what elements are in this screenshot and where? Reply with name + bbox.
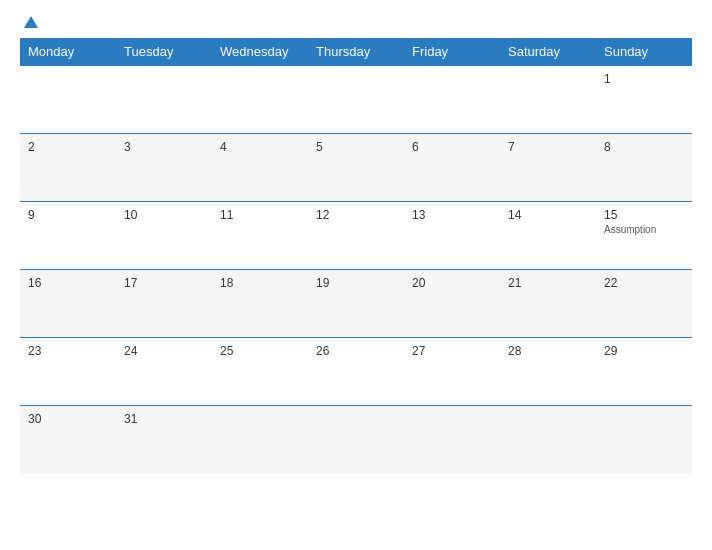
calendar-week-row: 9101112131415Assumption: [20, 202, 692, 270]
calendar-cell: 17: [116, 270, 212, 338]
calendar-cell: 4: [212, 134, 308, 202]
calendar-cell: [212, 66, 308, 134]
calendar-cell: 13: [404, 202, 500, 270]
calendar-cell: 11: [212, 202, 308, 270]
day-number: 27: [412, 344, 492, 358]
day-number: 5: [316, 140, 396, 154]
calendar-week-row: 2345678: [20, 134, 692, 202]
day-number: 15: [604, 208, 684, 222]
calendar-cell: 12: [308, 202, 404, 270]
weekday-header-monday: Monday: [20, 38, 116, 66]
calendar-cell: [500, 406, 596, 474]
calendar-cell: 9: [20, 202, 116, 270]
calendar-cell: 6: [404, 134, 500, 202]
day-event: Assumption: [604, 224, 684, 235]
calendar-cell: 31: [116, 406, 212, 474]
calendar-cell: [500, 66, 596, 134]
day-number: 8: [604, 140, 684, 154]
weekday-header-tuesday: Tuesday: [116, 38, 212, 66]
day-number: 16: [28, 276, 108, 290]
calendar-cell: [404, 406, 500, 474]
day-number: 13: [412, 208, 492, 222]
calendar-cell: 18: [212, 270, 308, 338]
weekday-row: MondayTuesdayWednesdayThursdayFridaySatu…: [20, 38, 692, 66]
calendar-cell: 25: [212, 338, 308, 406]
calendar-cell: [404, 66, 500, 134]
day-number: 25: [220, 344, 300, 358]
calendar-cell: 3: [116, 134, 212, 202]
calendar-week-row: 23242526272829: [20, 338, 692, 406]
day-number: 23: [28, 344, 108, 358]
day-number: 19: [316, 276, 396, 290]
day-number: 2: [28, 140, 108, 154]
day-number: 21: [508, 276, 588, 290]
calendar-week-row: 3031: [20, 406, 692, 474]
day-number: 6: [412, 140, 492, 154]
calendar-cell: [308, 66, 404, 134]
day-number: 30: [28, 412, 108, 426]
day-number: 3: [124, 140, 204, 154]
calendar-cell: 2: [20, 134, 116, 202]
calendar-cell: 26: [308, 338, 404, 406]
calendar-cell: 22: [596, 270, 692, 338]
day-number: 22: [604, 276, 684, 290]
calendar-cell: 5: [308, 134, 404, 202]
calendar-cell: [596, 406, 692, 474]
day-number: 4: [220, 140, 300, 154]
calendar-cell: 21: [500, 270, 596, 338]
calendar-cell: [116, 66, 212, 134]
calendar-cell: 28: [500, 338, 596, 406]
weekday-header-saturday: Saturday: [500, 38, 596, 66]
calendar-cell: 23: [20, 338, 116, 406]
weekday-header-sunday: Sunday: [596, 38, 692, 66]
day-number: 29: [604, 344, 684, 358]
calendar-cell: 8: [596, 134, 692, 202]
calendar-week-row: 16171819202122: [20, 270, 692, 338]
weekday-header-thursday: Thursday: [308, 38, 404, 66]
calendar-cell: 20: [404, 270, 500, 338]
day-number: 10: [124, 208, 204, 222]
day-number: 11: [220, 208, 300, 222]
day-number: 24: [124, 344, 204, 358]
calendar-cell: 10: [116, 202, 212, 270]
logo-triangle-icon: [24, 16, 38, 28]
day-number: 9: [28, 208, 108, 222]
calendar-cell: [212, 406, 308, 474]
logo: [20, 16, 38, 28]
calendar-week-row: 1: [20, 66, 692, 134]
calendar-header: [20, 16, 692, 28]
calendar-grid: MondayTuesdayWednesdayThursdayFridaySatu…: [20, 38, 692, 474]
calendar-cell: 30: [20, 406, 116, 474]
day-number: 31: [124, 412, 204, 426]
calendar-cell: 27: [404, 338, 500, 406]
calendar-cell: 29: [596, 338, 692, 406]
day-number: 26: [316, 344, 396, 358]
day-number: 14: [508, 208, 588, 222]
calendar-cell: 24: [116, 338, 212, 406]
weekday-header-friday: Friday: [404, 38, 500, 66]
calendar-weekday-header: MondayTuesdayWednesdayThursdayFridaySatu…: [20, 38, 692, 66]
calendar-cell: [20, 66, 116, 134]
calendar-cell: [308, 406, 404, 474]
calendar-container: MondayTuesdayWednesdayThursdayFridaySatu…: [0, 0, 712, 550]
day-number: 12: [316, 208, 396, 222]
calendar-body: 123456789101112131415Assumption161718192…: [20, 66, 692, 474]
calendar-cell: 7: [500, 134, 596, 202]
day-number: 17: [124, 276, 204, 290]
day-number: 28: [508, 344, 588, 358]
calendar-cell: 14: [500, 202, 596, 270]
day-number: 7: [508, 140, 588, 154]
calendar-cell: 19: [308, 270, 404, 338]
calendar-cell: 16: [20, 270, 116, 338]
weekday-header-wednesday: Wednesday: [212, 38, 308, 66]
logo-blue-text: [20, 16, 38, 28]
day-number: 1: [604, 72, 684, 86]
day-number: 18: [220, 276, 300, 290]
calendar-cell: 15Assumption: [596, 202, 692, 270]
day-number: 20: [412, 276, 492, 290]
calendar-cell: 1: [596, 66, 692, 134]
